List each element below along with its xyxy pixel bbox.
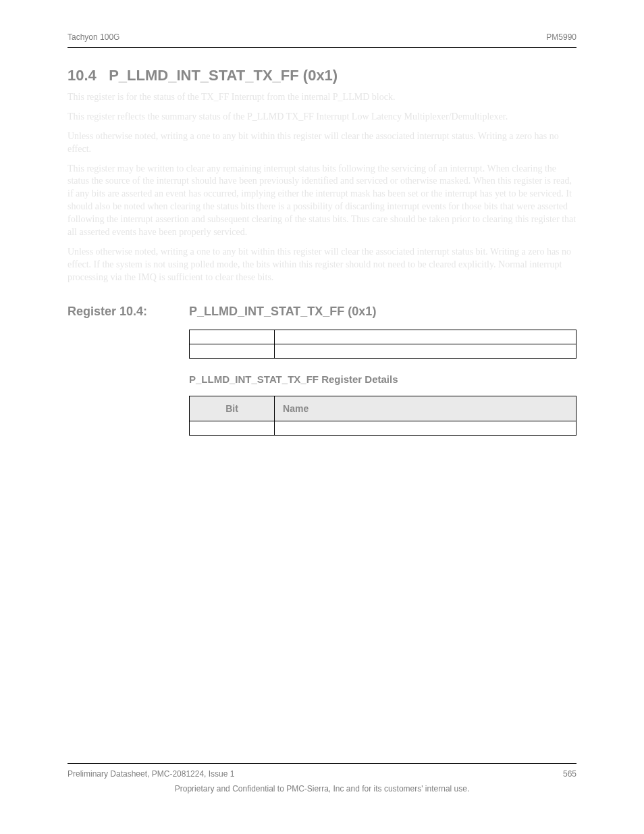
footer-center: Proprietary and Confidential to PMC-Sier… xyxy=(175,784,469,793)
register-fields-table xyxy=(189,330,576,359)
body-paragraph-1: This register is for the status of the T… xyxy=(68,91,576,104)
header-right: PM5990 xyxy=(546,32,576,42)
body-paragraph-3: Unless otherwise noted, writing a one to… xyxy=(68,130,576,156)
footer-right: 565 xyxy=(563,769,576,779)
register-subsection: Register 10.4: P_LLMD_INT_STAT_TX_FF (0x… xyxy=(68,305,576,436)
body-paragraph-2: This register reflects the summary statu… xyxy=(68,111,576,124)
table-row xyxy=(190,330,576,344)
footer-row-2: Proprietary and Confidential to PMC-Sier… xyxy=(68,779,576,793)
body-paragraph-5: Unless otherwise noted, writing a one to… xyxy=(68,246,576,284)
register-content: P_LLMD_INT_STAT_TX_FF (0x1) P_LLMD_INT_S… xyxy=(189,305,576,436)
register-details-table: Bit Name xyxy=(189,396,576,436)
footer-left: Preliminary Datasheet, PMC-2081224, Issu… xyxy=(68,769,234,779)
page-header: Tachyon 100G PM5990 xyxy=(68,32,576,47)
cell-name xyxy=(275,421,576,435)
section-title: P_LLMD_INT_STAT_TX_FF (0x1) xyxy=(109,67,338,84)
body-paragraph-4: This register may be written to clear an… xyxy=(68,163,576,239)
page-footer: Preliminary Datasheet, PMC-2081224, Issu… xyxy=(68,763,576,793)
table-row xyxy=(190,421,576,435)
register-title: P_LLMD_INT_STAT_TX_FF (0x1) xyxy=(189,305,576,319)
col-header-bit: Bit xyxy=(190,396,275,421)
table-header-row: Bit Name xyxy=(190,396,576,421)
table-row xyxy=(190,344,576,358)
section-heading: 10.4 P_LLMD_INT_STAT_TX_FF (0x1) xyxy=(68,67,576,84)
header-left: Tachyon 100G xyxy=(68,32,119,42)
cell-name xyxy=(275,330,576,344)
cell-bit xyxy=(190,330,275,344)
footer-row-1: Preliminary Datasheet, PMC-2081224, Issu… xyxy=(68,764,576,779)
section-number: 10.4 xyxy=(68,67,97,84)
cell-bit xyxy=(190,344,275,358)
header-rule xyxy=(68,47,576,48)
register-label: Register 10.4: xyxy=(68,305,189,319)
col-header-name: Name xyxy=(275,396,576,421)
cell-name xyxy=(275,344,576,358)
details-table-title: P_LLMD_INT_STAT_TX_FF Register Details xyxy=(189,373,576,385)
cell-bit xyxy=(190,421,275,435)
